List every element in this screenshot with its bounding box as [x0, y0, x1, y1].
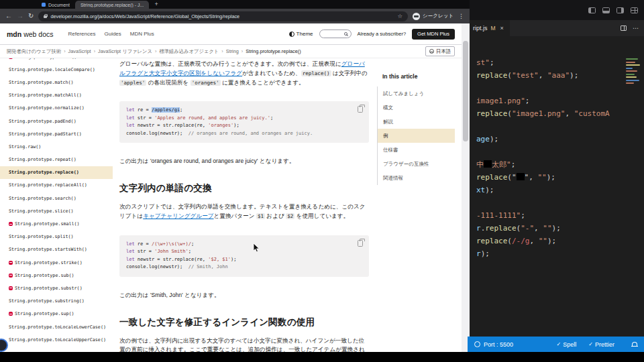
sidebar-item[interactable]: String.prototype.link(): [0, 58, 113, 63]
code-editor[interactable]: st";replace("test", "aaa");image1.png";r…: [470, 36, 644, 337]
text-segment: (: [507, 237, 512, 245]
sidebar-item[interactable]: String.prototype.split(): [0, 231, 113, 243]
get-mdn-plus-button[interactable]: Get MDN Plus: [412, 29, 455, 40]
sidebar-item[interactable]: String.prototype.match(): [0, 76, 113, 88]
text-segment: -111-1111": [476, 211, 521, 220]
notifications-bell-icon[interactable]: [632, 342, 637, 347]
copy-icon[interactable]: [358, 240, 363, 247]
status-prettier[interactable]: ✓ Prettier: [588, 341, 614, 348]
sidebar-item[interactable]: String.prototype.startsWith(): [0, 243, 113, 256]
browser-menu-icon[interactable]: ⋮: [458, 13, 464, 19]
toc-item[interactable]: 試してみましょう: [378, 86, 455, 101]
inline-link[interactable]: キャプチャリンググループ: [143, 213, 213, 219]
forward-icon[interactable]: →: [17, 13, 23, 19]
logo-bold: mdn: [7, 30, 21, 38]
inline-code: replace(): [301, 70, 331, 76]
search-box[interactable]: [319, 29, 352, 38]
toggle-sidebar-icon[interactable]: [588, 7, 596, 13]
sidebar-item-label: String.prototype.match(): [9, 80, 74, 85]
toggle-secondary-sidebar-icon[interactable]: [616, 7, 624, 13]
text-segment: console.log(newstr);: [126, 264, 189, 269]
text-segment: let: [126, 123, 135, 128]
vscode-window: ript.js M × ⋯ st";replace("tes: [470, 0, 644, 352]
bookmark-star-icon[interactable]: ☆: [397, 13, 402, 19]
sidebar-item[interactable]: String.prototype.padStart(): [0, 127, 113, 140]
status-port[interactable]: Port : 5500: [484, 341, 513, 348]
sidebar-item[interactable]: String.raw(): [0, 140, 113, 153]
sidebar-item-label: String.prototype.repeat(): [9, 157, 76, 162]
sidebar-item[interactable]: String.prototype.sub(): [0, 269, 113, 282]
editor-tab-script-js[interactable]: ript.js M ×: [470, 20, 510, 36]
text-segment: );: [570, 71, 578, 80]
customize-layout-icon[interactable]: [631, 7, 638, 13]
sidebar-item[interactable]: String.prototype.strike(): [0, 256, 113, 269]
sidebar-item[interactable]: String.prototype.search(): [0, 192, 113, 204]
sidebar-item[interactable]: String.prototype.substring(): [0, 295, 113, 308]
minimap-line: [626, 80, 639, 81]
sidebar-item[interactable]: String.prototype.localeCompare(): [0, 63, 113, 76]
close-icon[interactable]: ×: [500, 25, 504, 32]
toc-item[interactable]: 解説: [378, 115, 455, 129]
text-segment: let: [126, 249, 135, 254]
toc-item[interactable]: 例: [378, 129, 455, 143]
sidebar-item[interactable]: String.prototype.slice(): [0, 204, 113, 217]
minimap[interactable]: [624, 56, 643, 95]
text-segment: st": [476, 58, 490, 67]
subscriber-link[interactable]: Already a subscriber?: [358, 31, 407, 37]
toc-item[interactable]: 関連情報: [378, 171, 455, 185]
sidebar-item[interactable]: String.prototype.repeat(): [0, 154, 113, 166]
nav-link[interactable]: Guides: [104, 31, 121, 37]
sidebar-item[interactable]: String.prototype.replaceAll(): [0, 179, 113, 192]
article: グローバルな置換は、正規表現でのみ行うことができます。次の例では、正規表現にグロ…: [113, 58, 369, 352]
sidebar-item[interactable]: String.prototype.normalize(): [0, 102, 113, 115]
theme-toggle[interactable]: Theme: [289, 31, 313, 37]
reload-icon[interactable]: ↻: [28, 13, 34, 19]
nav-link[interactable]: MDN Plus: [130, 31, 154, 37]
toc-item[interactable]: 構文: [378, 101, 455, 115]
copy-icon[interactable]: [358, 106, 363, 113]
breadcrumb-item[interactable]: JavaScript リファレンス: [98, 48, 159, 55]
page-scrollbar[interactable]: [462, 23, 470, 352]
breadcrumb-item[interactable]: String: [226, 48, 246, 54]
minimap-line: [626, 62, 635, 63]
scrollbar-thumb[interactable]: [463, 41, 468, 141]
nav-link[interactable]: References: [68, 31, 96, 37]
text-segment: ;: [180, 107, 182, 113]
browser-tab-replace[interactable]: String.prototype.replace() - J...: [75, 1, 150, 9]
sidebar-item[interactable]: String.prototype.replace(): [0, 166, 113, 179]
text-segment: );: [490, 135, 498, 143]
sidebar-item[interactable]: String.prototype.substr(): [0, 282, 113, 294]
more-actions-icon[interactable]: ⋯: [633, 25, 639, 32]
toc-item[interactable]: 仕様書: [378, 143, 455, 157]
toggle-panel-icon[interactable]: [602, 7, 610, 13]
text-segment: の各出現箇所を: [146, 79, 190, 86]
browser-tab-document[interactable]: Document: [36, 1, 75, 9]
sidebar-item[interactable]: String.prototype.small(): [0, 217, 113, 230]
breadcrumb-bar: 開発者向けのウェブ技術JavaScriptJavaScript リファレンス標準…: [0, 45, 462, 58]
sidebar-item-label: String.prototype.search(): [9, 196, 76, 201]
toc-item[interactable]: ブラウザーの互換性: [378, 157, 455, 171]
text-segment: ,: [534, 224, 543, 233]
back-icon[interactable]: ←: [5, 13, 12, 19]
code-line: console.log(newstr); // oranges are roun…: [126, 130, 362, 138]
search-icon[interactable]: [344, 32, 347, 36]
breadcrumb-item[interactable]: JavaScript: [68, 48, 99, 54]
sidebar-item[interactable]: String.prototype.sup(): [0, 308, 113, 320]
split-editor-icon[interactable]: [621, 25, 627, 31]
mdn-logo[interactable]: mdn web docs: [7, 30, 54, 38]
sidebar-item[interactable]: String.prototype.toLocaleUpperCase(): [0, 333, 113, 346]
search-input[interactable]: [323, 32, 341, 36]
url-bar[interactable]: developer.mozilla.org/ja/docs/Web/JavaSc…: [38, 11, 408, 21]
status-spell[interactable]: ✓ Spell: [557, 341, 577, 348]
breadcrumb-item[interactable]: 開発者向けのウェブ技術: [7, 48, 68, 55]
breadcrumb-item[interactable]: String.prototype.replace(): [246, 48, 301, 54]
new-tab-button[interactable]: +: [154, 0, 158, 9]
sidebar-item[interactable]: String.prototype.padEnd(): [0, 115, 113, 127]
sidebar-item[interactable]: String.prototype.matchAll(): [0, 89, 113, 102]
editor-code-line: [476, 82, 644, 95]
theme-label: Theme: [297, 31, 313, 37]
breadcrumb-item[interactable]: 標準組み込みオブジェクト: [159, 48, 225, 55]
language-switcher[interactable]: 日本語: [425, 46, 455, 56]
sidebar-item[interactable]: String.prototype.toLocaleLowerCase(): [0, 320, 113, 333]
sidebar-item-label: String.prototype.localeCompare(): [9, 67, 95, 72]
